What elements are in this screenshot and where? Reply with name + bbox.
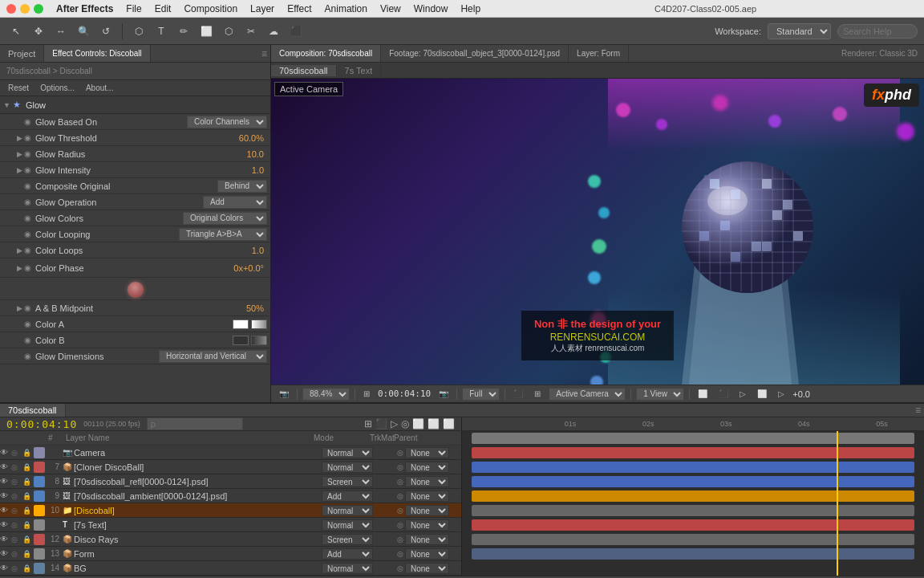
vc-snap[interactable]: 📷 [276, 389, 292, 398]
layer-mode-8[interactable]: Screen [322, 476, 373, 487]
layer-solo-14[interactable]: ◎ [11, 564, 22, 572]
close-button[interactable] [6, 4, 16, 14]
layer-mode-14[interactable]: Normal [322, 563, 373, 574]
menu-effect[interactable]: Effect [287, 3, 311, 14]
workspace-select[interactable]: Standard [768, 23, 831, 39]
layer-solo-10[interactable]: ◎ [11, 507, 22, 515]
layer-row-10[interactable]: 👁 ◎ 🔒 10 📁 [Discoball] Normal ◎ None [0, 503, 461, 518]
layer-solo-8[interactable]: ◎ [11, 478, 22, 486]
layer-solo-9[interactable]: ◎ [11, 492, 22, 500]
tool-extra-2[interactable]: T [152, 22, 171, 41]
composite-original-select[interactable]: Behind [217, 180, 267, 193]
view-select[interactable]: Active Camera [549, 388, 626, 401]
layer-solo-camera[interactable]: ◎ [11, 449, 22, 457]
layer-row-8[interactable]: 👁 ◎ 🔒 8 🖼 [70sdiscoball_refl[0000-0124].… [0, 474, 461, 489]
tab-timeline-70sdiscoball[interactable]: 70sdiscoball [0, 404, 66, 417]
tool-selection[interactable]: ↖ [6, 22, 26, 41]
subtab-7s-text[interactable]: 7s Text [337, 65, 382, 76]
layer-parent-select-12[interactable]: None [405, 534, 449, 545]
layer-lock-7[interactable]: 🔒 [22, 463, 34, 471]
glow-section[interactable]: ▼ ★ Glow [0, 96, 270, 114]
tool-extra-6[interactable]: ✂ [241, 22, 261, 41]
views-select[interactable]: 1 View [636, 388, 684, 401]
layer-row-14[interactable]: 👁 ◎ 🔒 14 📦 BG Normal ◎ None [0, 561, 461, 576]
glow-intensity-value[interactable]: 1.0 [249, 165, 267, 175]
menu-after-effects[interactable]: After Effects [56, 3, 113, 14]
vc-camera[interactable]: 📷 [436, 389, 452, 398]
layer-lock-7s[interactable]: 🔒 [22, 521, 34, 529]
vc-extra2[interactable]: ⬛ [715, 389, 732, 398]
tool-extra-4[interactable]: ⬜ [197, 22, 216, 41]
layer-row-7s[interactable]: 👁 ◎ 🔒 T [7s Text] Normal ◎ None [0, 518, 461, 532]
layer-lock-12[interactable]: 🔒 [22, 535, 34, 543]
layer-solo-7s[interactable]: ◎ [11, 521, 22, 529]
layer-vis-14[interactable]: 👁 [0, 564, 11, 572]
layer-mode-7s[interactable]: Normal [322, 519, 373, 531]
glow-based-on-select[interactable]: Color Channels [187, 116, 267, 128]
tl-icon-6[interactable]: ⬜ [428, 418, 440, 429]
layer-solo-7[interactable]: ◎ [11, 463, 22, 471]
threshold-expand[interactable]: ▶ [14, 133, 24, 143]
menu-help[interactable]: Help [460, 3, 480, 14]
layer-vis-8[interactable]: 👁 [0, 477, 11, 486]
layer-vis-10[interactable]: 👁 [0, 506, 11, 515]
menu-composition[interactable]: Composition [184, 3, 237, 14]
glow-colors-select[interactable]: Original Colors [183, 212, 267, 225]
tab-effect-controls[interactable]: Effect Controls: Discoball [44, 45, 151, 62]
vc-extra5[interactable]: ▷ [775, 389, 788, 398]
tl-icon-5[interactable]: ⬜ [412, 418, 424, 429]
search-input[interactable] [837, 24, 918, 39]
ab-midpoint-value[interactable]: 50% [243, 303, 267, 313]
maximize-button[interactable] [34, 4, 43, 14]
timeline-bar-area[interactable] [462, 431, 924, 576]
tool-rotate[interactable]: ↺ [96, 22, 116, 41]
panel-options[interactable]: ≡ [258, 48, 270, 59]
layer-lock-13[interactable]: 🔒 [22, 550, 34, 558]
layer-lock-14[interactable]: 🔒 [22, 564, 34, 572]
vc-extra1[interactable]: ⬜ [695, 389, 711, 398]
menu-edit[interactable]: Edit [155, 3, 172, 14]
layer-row-12[interactable]: 👁 ◎ 🔒 12 📦 Disco Rays Screen ◎ None [0, 532, 461, 547]
layer-vis-7s[interactable]: 👁 [0, 520, 11, 529]
layer-parent-select-14[interactable]: None [405, 563, 449, 574]
vc-checkers[interactable]: ⬛ [510, 389, 526, 398]
color-phase-dial[interactable] [127, 281, 144, 299]
tool-extra-8[interactable]: ⬛ [286, 22, 306, 41]
layer-parent-select-9[interactable]: None [405, 490, 449, 502]
menu-file[interactable]: File [126, 3, 141, 14]
color-looping-select[interactable]: Triangle A>B>A [179, 228, 267, 241]
color-b-gradient[interactable] [251, 336, 267, 345]
layer-lock-9[interactable]: 🔒 [22, 492, 34, 500]
vc-extra3[interactable]: ▷ [736, 389, 749, 398]
tool-extra-3[interactable]: ✏ [174, 22, 193, 41]
layer-vis-7[interactable]: 👁 [0, 462, 11, 471]
subtab-70sdiscoball[interactable]: 70sdiscoball [271, 65, 337, 76]
layer-vis-9[interactable]: 👁 [0, 491, 11, 500]
layer-mode-12[interactable]: Screen [322, 534, 373, 545]
color-a-swatch[interactable] [233, 320, 249, 329]
layer-parent-select-7s[interactable]: None [405, 519, 449, 531]
timeline-search[interactable] [147, 417, 243, 430]
glow-dimensions-select[interactable]: Horizontal and Vertical [159, 350, 267, 363]
zoom-select[interactable]: 88.4% [302, 388, 350, 401]
tl-icon-2[interactable]: ⬛ [375, 418, 387, 429]
loops-expand[interactable]: ▶ [14, 246, 24, 255]
layer-parent-select-10[interactable]: None [405, 505, 449, 516]
layer-parent-select-camera[interactable]: None [405, 447, 449, 458]
layer-lock-10[interactable]: 🔒 [22, 507, 34, 515]
layer-solo-13[interactable]: ◎ [11, 550, 22, 558]
tab-project[interactable]: Project [0, 45, 44, 62]
color-loops-value[interactable]: 1.0 [249, 246, 267, 255]
layer-lock-camera[interactable]: 🔒 [22, 449, 34, 457]
timeline-panel-options[interactable]: ≡ [912, 405, 924, 416]
color-phase-value[interactable]: 0x+0.0° [230, 263, 267, 273]
layer-row-9[interactable]: 👁 ◎ 🔒 9 🖼 [70sdiscoball_ambient[0000-012… [0, 489, 461, 503]
tool-extra-5[interactable]: ⬡ [219, 22, 238, 41]
tab-composition-70sdiscoball[interactable]: Composition: 70sdiscoball [271, 45, 381, 62]
layer-row-7[interactable]: 👁 ◎ 🔒 7 📦 [Cloner DiscoBall] Normal ◎ No… [0, 460, 461, 474]
menu-animation[interactable]: Animation [325, 3, 367, 14]
layer-parent-select-13[interactable]: None [405, 548, 449, 560]
layer-vis-12[interactable]: 👁 [0, 535, 11, 543]
layer-vis-13[interactable]: 👁 [0, 549, 11, 558]
vc-grid2[interactable]: ⊞ [531, 389, 544, 398]
